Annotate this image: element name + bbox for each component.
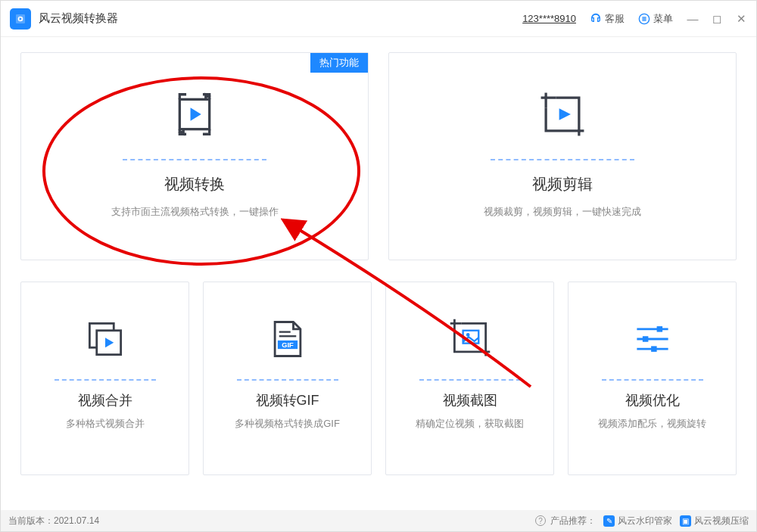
merge-icon bbox=[83, 310, 128, 369]
screenshot-desc: 精确定位视频，获取截图 bbox=[416, 417, 524, 431]
help-icon[interactable]: ? bbox=[535, 515, 546, 526]
edit-desc: 视频裁剪，视频剪辑，一键快速完成 bbox=[484, 205, 641, 219]
app-logo bbox=[10, 8, 31, 30]
svg-point-28 bbox=[466, 333, 469, 337]
footer: 当前版本： 2021.07.14 ? 产品推荐： ✎ 风云水印管家 ▣ 风云视频… bbox=[1, 510, 756, 531]
edit-title: 视频剪辑 bbox=[532, 174, 593, 194]
svg-rect-30 bbox=[656, 326, 662, 332]
gif-title: 视频转GIF bbox=[256, 391, 319, 409]
main-content: 热门功能 视频转换 支持市面主流视频格式转换，一键操作 bbox=[1, 37, 756, 486]
convert-icon bbox=[168, 85, 221, 144]
version-value: 2021.07.14 bbox=[54, 515, 99, 526]
card-video-optimize[interactable]: 视频优化 视频添加配乐，视频旋转 bbox=[568, 282, 737, 475]
gif-desc: 多种视频格式转换成GIF bbox=[235, 417, 340, 431]
recommend-watermark[interactable]: ✎ 风云水印管家 bbox=[603, 515, 672, 527]
convert-desc: 支持市面主流视频格式转换，一键操作 bbox=[111, 205, 279, 219]
svg-text:GIF: GIF bbox=[282, 341, 294, 349]
merge-title: 视频合并 bbox=[78, 391, 132, 409]
divider bbox=[123, 159, 266, 160]
headset-icon bbox=[590, 13, 602, 25]
card-video-convert[interactable]: 热门功能 视频转换 支持市面主流视频格式转换，一键操作 bbox=[20, 52, 369, 260]
divider bbox=[602, 379, 703, 381]
svg-marker-10 bbox=[191, 107, 201, 121]
recommend-label: 产品推荐： bbox=[550, 515, 596, 527]
maximize-button[interactable]: ◻ bbox=[711, 12, 723, 26]
card-video-edit[interactable]: 视频剪辑 视频裁剪，视频剪辑，一键快速完成 bbox=[388, 52, 737, 260]
svg-rect-32 bbox=[642, 336, 648, 342]
minimize-button[interactable]: — bbox=[687, 12, 699, 26]
menu-button[interactable]: 菜单 bbox=[638, 12, 673, 26]
compress-icon: ▣ bbox=[680, 515, 691, 527]
svg-rect-34 bbox=[651, 346, 657, 352]
account-link[interactable]: 123****8910 bbox=[522, 13, 576, 24]
screenshot-icon bbox=[447, 310, 493, 369]
service-label: 客服 bbox=[605, 12, 625, 26]
card-video-merge[interactable]: 视频合并 多种格式视频合并 bbox=[20, 282, 189, 475]
card-video-screenshot[interactable]: 视频截图 精确定位视频，获取截图 bbox=[385, 282, 554, 475]
svg-rect-27 bbox=[463, 331, 478, 344]
watermark-icon: ✎ bbox=[603, 515, 615, 527]
menu-list-icon bbox=[638, 13, 650, 25]
merge-desc: 多种格式视频合并 bbox=[66, 417, 145, 431]
rec2-label: 风云视频压缩 bbox=[694, 515, 749, 527]
optimize-desc: 视频添加配乐，视频旋转 bbox=[598, 417, 706, 431]
recommend-compress[interactable]: ▣ 风云视频压缩 bbox=[680, 515, 749, 527]
hot-badge: 热门功能 bbox=[310, 53, 368, 73]
divider bbox=[419, 379, 521, 381]
customer-service-button[interactable]: 客服 bbox=[590, 12, 625, 26]
version-label: 当前版本： bbox=[8, 515, 54, 527]
gif-icon: GIF bbox=[265, 310, 310, 369]
app-title: 风云视频转换器 bbox=[39, 11, 118, 26]
screenshot-title: 视频截图 bbox=[443, 391, 497, 409]
rec1-label: 风云水印管家 bbox=[618, 515, 672, 527]
convert-title: 视频转换 bbox=[164, 174, 225, 194]
divider bbox=[491, 159, 634, 160]
edit-icon bbox=[536, 85, 589, 144]
divider bbox=[237, 379, 338, 381]
svg-marker-15 bbox=[559, 108, 571, 120]
menu-label: 菜单 bbox=[653, 12, 673, 26]
close-button[interactable]: ✕ bbox=[735, 12, 747, 26]
optimize-icon bbox=[630, 310, 675, 369]
card-video-gif[interactable]: GIF 视频转GIF 多种视频格式转换成GIF bbox=[203, 282, 372, 475]
optimize-title: 视频优化 bbox=[625, 391, 680, 409]
divider bbox=[55, 379, 156, 381]
titlebar: 风云视频转换器 123****8910 客服 菜单 — ◻ ✕ bbox=[1, 1, 756, 37]
